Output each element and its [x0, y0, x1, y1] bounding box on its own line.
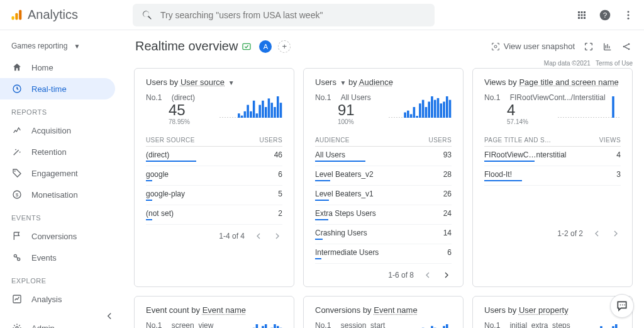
- page-title-text: Realtime overview: [135, 39, 238, 54]
- sidebar-item-engagement[interactable]: Engagement: [0, 162, 115, 184]
- by-label: by: [508, 305, 517, 315]
- pager-prev-icon[interactable]: [253, 231, 264, 241]
- view-user-snapshot-button[interactable]: View user snapshot: [491, 42, 575, 52]
- card-title: Users by User source ▼: [146, 77, 282, 87]
- fullscreen-icon[interactable]: [584, 42, 594, 52]
- table-header: USER SOURCEUSERS: [146, 133, 282, 147]
- more-menu-icon[interactable]: [623, 9, 634, 21]
- sidebar-item-real-time[interactable]: Real-time: [0, 78, 115, 99]
- table-row[interactable]: Flood-It!3: [484, 166, 621, 186]
- card-pager: 1-2 of 2: [484, 222, 621, 239]
- dimension-selector[interactable]: Page title and screen name: [519, 77, 618, 87]
- sidebar-item-monetisation[interactable]: Monetisation: [0, 184, 115, 205]
- table-header: AUDIENCEUSERS: [315, 133, 452, 147]
- svg-rect-106: [265, 324, 267, 328]
- apps-icon[interactable]: [576, 9, 587, 21]
- table-row[interactable]: Extra Steps Users24: [315, 205, 452, 225]
- svg-rect-64: [440, 103, 442, 118]
- flag-icon: [11, 231, 23, 241]
- top-rank-percent: 57.14%: [507, 118, 621, 125]
- sparkline-chart: [558, 96, 621, 118]
- dimension-selector[interactable]: User property: [519, 305, 569, 315]
- svg-rect-57: [419, 103, 421, 118]
- workspace-name: Games reporting: [11, 42, 67, 50]
- svg-rect-23: [19, 9, 21, 20]
- sidebar-item-home[interactable]: Home: [0, 57, 115, 78]
- by-label: by: [170, 77, 179, 87]
- table-row[interactable]: All Users93: [315, 147, 452, 166]
- sidebar-item-acquisition[interactable]: Acquisition: [0, 120, 115, 141]
- dimension-selector[interactable]: User source: [180, 77, 225, 87]
- sidebar-item-conversions[interactable]: Conversions: [0, 225, 115, 247]
- svg-rect-65: [443, 102, 445, 118]
- card-5: Users by User propertyNo.1 initial_extra…: [472, 296, 633, 328]
- table-row[interactable]: FIRootViewC…nterstitial4: [484, 147, 621, 166]
- wand-icon: [11, 147, 23, 157]
- table-row[interactable]: (not set)2: [146, 205, 282, 225]
- table-row[interactable]: (direct)46: [146, 147, 282, 166]
- sidebar-item-retention[interactable]: Retention: [0, 141, 115, 162]
- sidebar-item-events[interactable]: Events: [0, 247, 115, 268]
- table-row[interactable]: google-play5: [146, 186, 282, 205]
- svg-rect-60: [428, 102, 430, 118]
- collapse-sidebar-icon[interactable]: [104, 310, 115, 322]
- metric-label: Users: [315, 77, 336, 87]
- edit-report-icon[interactable]: [602, 42, 613, 52]
- help-icon[interactable]: [599, 9, 611, 21]
- home-icon: [11, 62, 23, 72]
- snapshot-icon: [491, 42, 501, 52]
- sidebar-item-analysis[interactable]: Analysis: [0, 288, 115, 310]
- svg-rect-66: [446, 96, 448, 118]
- table-row[interactable]: google6: [146, 166, 282, 186]
- pager-prev-icon[interactable]: [592, 229, 602, 239]
- workspace-selector[interactable]: Games reporting ▼: [0, 35, 123, 57]
- top-rank-percent: 100%: [338, 118, 452, 125]
- svg-rect-87: [612, 96, 614, 118]
- terms-link[interactable]: Terms of Use: [596, 60, 633, 67]
- search-box[interactable]: [133, 4, 435, 26]
- pager-next-icon[interactable]: [441, 270, 452, 280]
- sparkline-chart: [558, 324, 621, 328]
- dimension-selector[interactable]: Event name: [203, 305, 246, 315]
- sidebar-item-label: Admin: [31, 324, 55, 329]
- pager-next-icon[interactable]: [611, 229, 621, 239]
- metric-label: Users: [484, 305, 506, 315]
- svg-rect-41: [268, 98, 270, 118]
- card-title: Event count by Event name: [146, 305, 282, 315]
- dimension-selector[interactable]: Audience: [359, 77, 393, 87]
- snapshot-label: View user snapshot: [504, 42, 575, 51]
- svg-rect-62: [434, 100, 436, 118]
- comparison-badge-a[interactable]: A: [259, 40, 272, 53]
- svg-rect-52: [404, 113, 406, 118]
- nav-heading-explore: EXPLORE: [0, 268, 123, 288]
- svg-rect-132: [446, 324, 448, 328]
- map-attribution: Map data ©2021: [544, 60, 591, 67]
- svg-rect-56: [416, 116, 418, 118]
- table-row[interactable]: Crashing Users14: [315, 225, 452, 244]
- pager-prev-icon[interactable]: [423, 270, 433, 280]
- share-icon[interactable]: [621, 42, 631, 52]
- svg-rect-53: [407, 111, 409, 118]
- dimension-selector[interactable]: Event name: [374, 305, 417, 315]
- pager-range: 1-6 of 8: [388, 271, 414, 280]
- card-4: Conversions by Event nameNo.1 session_st…: [303, 296, 464, 328]
- nav-heading-events: EVENTS: [0, 205, 123, 225]
- sidebar-item-label: Analysis: [31, 295, 62, 304]
- pager-range: 1-2 of 2: [557, 229, 583, 238]
- table-row[interactable]: Level Beaters_v228: [315, 166, 452, 186]
- chevron-down-icon[interactable]: ▼: [340, 79, 347, 86]
- svg-rect-22: [15, 13, 18, 20]
- svg-rect-55: [413, 107, 416, 118]
- sidebar-item-admin[interactable]: Admin: [0, 317, 115, 328]
- card-3: Event count by Event nameNo.1 screen_vie…: [134, 296, 294, 328]
- svg-rect-59: [425, 107, 428, 118]
- svg-rect-34: [247, 105, 249, 118]
- sidebar-item-label: Conversions: [31, 232, 77, 241]
- add-comparison-button[interactable]: +: [278, 40, 291, 53]
- search-input[interactable]: [160, 10, 426, 20]
- table-row[interactable]: Intermediate Users6: [315, 244, 452, 264]
- feedback-button[interactable]: [610, 294, 634, 318]
- chevron-down-icon[interactable]: ▼: [228, 79, 235, 86]
- pager-next-icon[interactable]: [272, 231, 282, 241]
- table-row[interactable]: Level Beaters_v126: [315, 186, 452, 205]
